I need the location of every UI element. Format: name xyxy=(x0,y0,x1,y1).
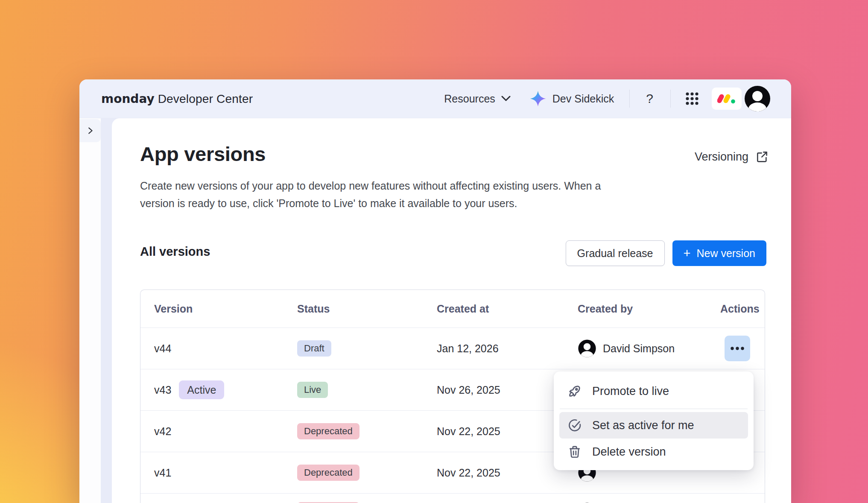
page-description: Create new versions of your app to devel… xyxy=(140,177,601,212)
dev-sidekick-label: Dev Sidekick xyxy=(552,93,614,105)
app-header: monday Developer Center Resources xyxy=(79,79,791,118)
external-link-icon xyxy=(755,150,769,164)
description-line-1: Create new versions of your app to devel… xyxy=(140,177,601,195)
rocket-icon xyxy=(567,384,582,398)
version-label: v42 xyxy=(154,425,171,438)
brand-title: monday Developer Center xyxy=(101,92,253,106)
created-at: Nov 22, 2025 xyxy=(437,467,500,479)
menu-divider xyxy=(560,409,748,409)
new-version-label: New version xyxy=(696,247,755,260)
menu-item-delete-version[interactable]: Delete version xyxy=(559,439,748,465)
version-label: v44 xyxy=(154,342,171,355)
created-at: Jan 12, 2026 xyxy=(437,342,499,355)
menu-item-label: Set as active for me xyxy=(592,419,694,432)
created-at: Nov 26, 2025 xyxy=(437,384,500,396)
versioning-link-label: Versioning xyxy=(695,150,748,164)
created-at: Nov 22, 2025 xyxy=(437,425,500,438)
column-header-actions: Actions xyxy=(707,303,773,315)
version-label: v41 xyxy=(154,467,171,479)
versioning-link[interactable]: Versioning xyxy=(695,150,769,164)
header-divider xyxy=(670,90,671,108)
created-by-name: David Simpson xyxy=(603,342,675,355)
table-row: Deprecated xyxy=(140,493,765,503)
sparkle-icon xyxy=(529,90,547,107)
header-divider xyxy=(629,90,630,108)
developer-center-window: monday Developer Center Resources xyxy=(79,79,791,503)
menu-item-label: Delete version xyxy=(592,445,666,459)
ellipsis-icon xyxy=(730,346,745,351)
sidebar-expand-button[interactable] xyxy=(79,119,101,142)
avatar xyxy=(578,339,596,358)
gradual-release-button[interactable]: Gradual release xyxy=(566,240,665,266)
desktop-background: monday Developer Center Resources xyxy=(0,0,868,503)
version-label: v43 xyxy=(154,384,171,396)
active-badge: Active xyxy=(179,380,224,399)
user-avatar[interactable] xyxy=(744,85,771,112)
status-badge: Deprecated xyxy=(297,465,359,481)
status-badge: Deprecated xyxy=(297,423,359,439)
column-header-created-by: Created by xyxy=(564,303,707,315)
menu-item-set-as-active[interactable]: Set as active for me xyxy=(559,412,748,439)
actions-dropdown-menu: Promote to live Set as active for me xyxy=(554,371,754,470)
brand-monday: monday xyxy=(101,92,155,106)
row-actions-button[interactable] xyxy=(725,336,750,361)
column-header-status: Status xyxy=(283,303,423,315)
table-header-row: Version Status Created at Created by Act… xyxy=(140,290,765,328)
main-content: App versions Versioning Create new versi… xyxy=(112,118,791,503)
trash-icon xyxy=(567,445,582,459)
apps-grid-icon[interactable] xyxy=(682,88,702,109)
status-badge: Live xyxy=(297,382,328,398)
collapsed-sidebar xyxy=(79,118,101,503)
menu-item-label: Promote to live xyxy=(592,385,669,398)
page-title: App versions xyxy=(140,142,266,166)
column-header-version: Version xyxy=(140,303,283,315)
chevron-down-icon xyxy=(501,96,511,102)
help-button[interactable]: ? xyxy=(646,91,653,106)
brand-developer-center: Developer Center xyxy=(155,92,253,105)
column-header-created-at: Created at xyxy=(423,303,564,315)
status-badge: Draft xyxy=(297,340,331,357)
menu-item-promote-to-live[interactable]: Promote to live xyxy=(559,377,748,406)
table-row: v44 Draft Jan 12, 2026 David Simpson xyxy=(140,328,765,369)
monday-logo-icon xyxy=(717,92,736,105)
check-circle-icon xyxy=(567,418,582,433)
monday-home-button[interactable] xyxy=(712,88,742,110)
resources-label: Resources xyxy=(444,93,495,105)
new-version-button[interactable]: + New version xyxy=(672,240,767,266)
section-heading: All versions xyxy=(140,245,210,259)
resources-menu[interactable]: Resources xyxy=(444,93,511,105)
description-line-2: version is ready to use, click 'Promote … xyxy=(140,195,601,212)
chevron-right-icon xyxy=(85,126,95,135)
dev-sidekick-button[interactable]: Dev Sidekick xyxy=(529,90,614,107)
plus-icon: + xyxy=(684,247,691,260)
